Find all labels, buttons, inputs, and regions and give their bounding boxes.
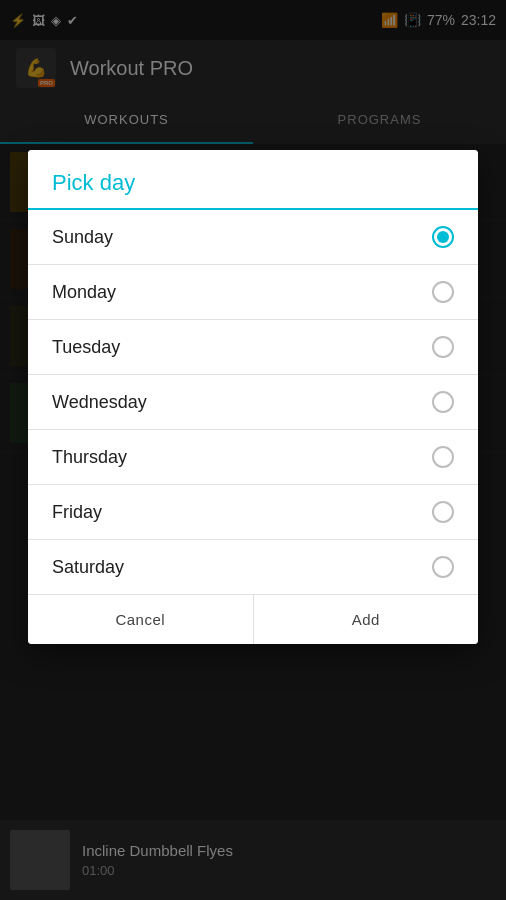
day-option-sunday[interactable]: Sunday xyxy=(28,210,478,265)
day-option-monday[interactable]: Monday xyxy=(28,265,478,320)
day-option-saturday[interactable]: Saturday xyxy=(28,540,478,594)
radio-tuesday[interactable] xyxy=(432,336,454,358)
pick-day-dialog: Pick day Sunday Monday Tuesday Wednesday… xyxy=(28,150,478,644)
radio-sunday[interactable] xyxy=(432,226,454,248)
radio-saturday[interactable] xyxy=(432,556,454,578)
dialog-header: Pick day xyxy=(28,150,478,210)
day-label-wednesday: Wednesday xyxy=(52,392,147,413)
day-option-friday[interactable]: Friday xyxy=(28,485,478,540)
day-label-monday: Monday xyxy=(52,282,116,303)
dialog-actions: Cancel Add xyxy=(28,594,478,644)
radio-inner-sunday xyxy=(437,231,449,243)
radio-monday[interactable] xyxy=(432,281,454,303)
cancel-button[interactable]: Cancel xyxy=(28,595,254,644)
day-label-thursday: Thursday xyxy=(52,447,127,468)
day-option-thursday[interactable]: Thursday xyxy=(28,430,478,485)
radio-thursday[interactable] xyxy=(432,446,454,468)
add-button[interactable]: Add xyxy=(254,595,479,644)
day-label-sunday: Sunday xyxy=(52,227,113,248)
day-label-friday: Friday xyxy=(52,502,102,523)
dialog-body: Sunday Monday Tuesday Wednesday Thursday xyxy=(28,210,478,594)
day-label-tuesday: Tuesday xyxy=(52,337,120,358)
day-option-tuesday[interactable]: Tuesday xyxy=(28,320,478,375)
radio-friday[interactable] xyxy=(432,501,454,523)
dialog-title: Pick day xyxy=(52,170,135,195)
radio-wednesday[interactable] xyxy=(432,391,454,413)
day-option-wednesday[interactable]: Wednesday xyxy=(28,375,478,430)
day-label-saturday: Saturday xyxy=(52,557,124,578)
